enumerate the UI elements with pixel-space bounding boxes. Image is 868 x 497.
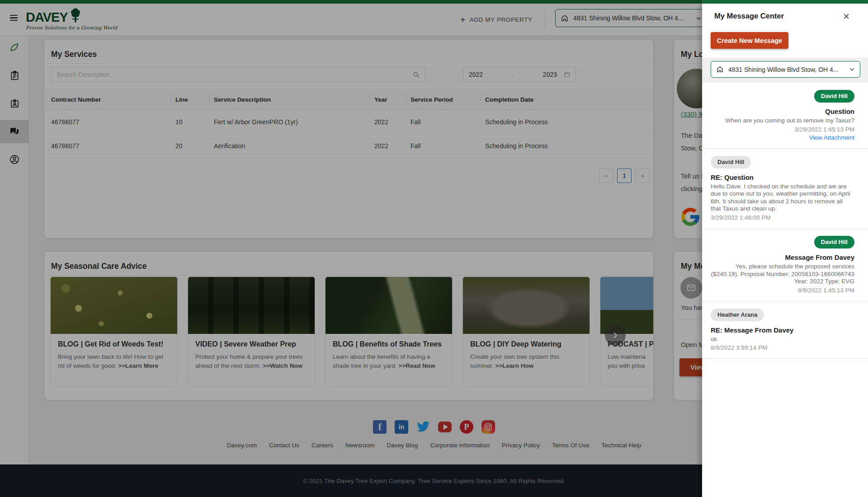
message-timestamp: 3/29/2022 1:45:13 PM — [711, 126, 854, 133]
sender-badge: David Hill — [814, 236, 854, 248]
message-subject: Question — [711, 108, 854, 115]
home-icon — [716, 66, 724, 73]
message-item: David Hill RE: Question Hello Dave. I ch… — [702, 149, 868, 229]
message-body: Yes, please schedule the proposed servic… — [711, 263, 854, 286]
sender-badge: David Hill — [711, 156, 751, 169]
message-thread[interactable]: David Hill Question When are you coming … — [702, 83, 868, 497]
view-attachment-link[interactable]: View Attachment — [711, 134, 854, 141]
message-timestamp: 3/29/2022 1:48:00 PM — [711, 214, 854, 221]
property-selector-band: 4831 Shining Willow Blvd Stow, OH 4... — [702, 57, 868, 82]
message-item: David Hill Question When are you coming … — [702, 83, 868, 149]
modal-backdrop[interactable] — [0, 0, 702, 497]
close-icon[interactable]: ✕ — [840, 10, 853, 23]
message-center-title: My Message Center — [714, 12, 784, 20]
message-body: Hello Dave. I checked on the schedule an… — [711, 183, 854, 213]
message-subject: RE: Message From Davey — [711, 326, 854, 334]
message-item: Heather Arana RE: Message From Davey ok … — [702, 301, 868, 359]
message-subject: Message From Davey — [711, 253, 854, 261]
message-subject: RE: Question — [711, 173, 854, 181]
message-timestamp: 8/9/2022 1:45:13 PM — [711, 287, 854, 294]
message-body: ok — [711, 336, 854, 343]
create-new-message-button[interactable]: Create New Message — [711, 32, 788, 49]
chevron-down-icon — [849, 66, 855, 72]
message-item: David Hill Message From Davey Yes, pleas… — [702, 229, 868, 301]
sender-badge: David Hill — [814, 90, 854, 103]
message-center-panel: My Message Center ✕ Create New Message 4… — [702, 4, 868, 497]
panel-property-selector[interactable]: 4831 Shining Willow Blvd Stow, OH 4... — [711, 61, 860, 78]
message-body: When are you coming out to remove my Tax… — [711, 117, 854, 125]
sender-badge: Heather Arana — [711, 309, 764, 321]
message-timestamp: 8/9/2022 3:59:14 PM — [711, 344, 854, 351]
